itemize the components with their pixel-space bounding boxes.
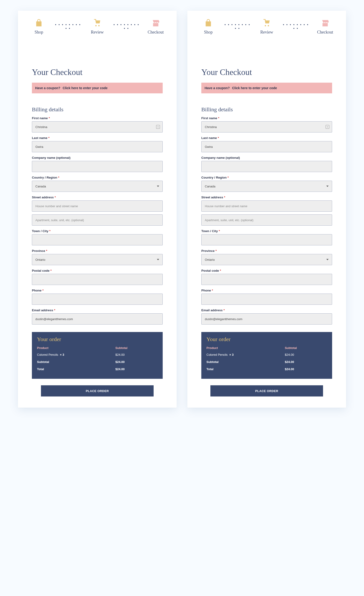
step-shop-label: Shop [34, 30, 43, 35]
subtotal-label: Subtotal [207, 358, 285, 365]
postal-input[interactable] [32, 274, 163, 285]
last-name-input[interactable] [32, 141, 163, 152]
checkout-card: Shop • • • • • • • • • • Review • • • • … [18, 11, 177, 408]
page-title: Your Checkout [32, 67, 163, 77]
bag-icon [35, 19, 43, 27]
table-row: Colored Pencils × 3 $24.00 [207, 351, 327, 358]
email-label: Email address * [32, 308, 163, 312]
field-town: Town / City * [201, 229, 332, 245]
step-checkout[interactable]: Checkout [318, 19, 332, 35]
required-mark: * [218, 136, 219, 140]
street-label: Street address * [32, 195, 163, 199]
cart-icon [93, 19, 102, 27]
total-value: $24.00 [115, 365, 157, 373]
step-review[interactable]: Review [90, 19, 104, 35]
company-label: Company name (optional) [201, 156, 332, 159]
province-label: Province * [32, 249, 163, 253]
step-shop-label: Shop [204, 30, 213, 35]
province-select[interactable]: Ontario [201, 254, 332, 265]
required-mark: * [219, 229, 220, 233]
item-name: Colored Pencils [37, 353, 58, 357]
field-email: Email address * [201, 308, 332, 325]
dots-connector: • • • • • • • • • • [54, 23, 82, 30]
table-row: Subtotal $24.00 [207, 358, 327, 365]
step-review[interactable]: Review [260, 19, 274, 35]
order-summary: Your order Product Subtotal Colored Penc… [201, 332, 332, 379]
town-input[interactable] [201, 234, 332, 245]
company-input[interactable] [201, 161, 332, 172]
field-email: Email address * [32, 308, 163, 325]
order-col-product: Product [207, 345, 285, 351]
province-select[interactable]: Ontario [32, 254, 163, 265]
country-select[interactable]: Canada [201, 181, 332, 192]
subtotal-value: $24.00 [115, 358, 157, 365]
country-label: Country / Region * [32, 176, 163, 179]
province-value: Ontario [205, 258, 215, 261]
total-value: $24.00 [285, 365, 327, 373]
town-label: Town / City * [201, 229, 332, 233]
company-input[interactable] [32, 161, 163, 172]
required-mark: * [218, 116, 219, 120]
place-order-button[interactable]: PLACE ORDER [210, 385, 323, 396]
table-row: Total $24.00 [37, 365, 157, 373]
place-order-button[interactable]: PLACE ORDER [41, 385, 153, 396]
phone-input[interactable] [32, 294, 163, 305]
autofill-icon[interactable]: ≡ [326, 125, 329, 129]
coupon-bar: Have a coupon? Click here to enter your … [32, 83, 163, 93]
last-name-label: Last name * [32, 136, 163, 140]
coupon-prompt: Have a coupon? [35, 86, 60, 90]
chevron-down-icon [157, 259, 159, 260]
storefront-icon [151, 19, 160, 27]
field-street: Street address * [32, 195, 163, 226]
coupon-toggle-link[interactable]: Click here to enter your code [232, 86, 277, 90]
field-street: Street address * [201, 195, 332, 226]
order-table: Product Subtotal Colored Pencils × 3 $24… [207, 345, 327, 373]
street2-input[interactable] [201, 214, 332, 226]
subtotal-label: Subtotal [37, 358, 115, 365]
field-first-name: First name * ≡ [32, 116, 163, 133]
field-phone: Phone * [32, 289, 163, 305]
first-name-input[interactable] [32, 121, 163, 133]
field-company: Company name (optional) [201, 156, 332, 172]
street-label: Street address * [201, 195, 332, 199]
storefront-icon [321, 19, 329, 27]
field-town: Town / City * [32, 229, 163, 245]
step-shop[interactable]: Shop [201, 19, 215, 35]
order-table: Product Subtotal Colored Pencils × 3 $24… [37, 345, 157, 373]
email-input[interactable] [32, 313, 163, 325]
field-postal: Postal code * [32, 269, 163, 285]
order-col-subtotal: Subtotal [285, 345, 327, 351]
coupon-toggle-link[interactable]: Click here to enter your code [63, 86, 108, 90]
checkout-card: Shop • • • • • • • • • • Review • • • • … [187, 11, 346, 408]
street1-input[interactable] [201, 201, 332, 212]
field-last-name: Last name * [201, 136, 332, 152]
item-name: Colored Pencils [207, 353, 228, 357]
page-title: Your Checkout [201, 67, 332, 77]
country-select[interactable]: Canada [32, 181, 163, 192]
table-row: Total $24.00 [207, 365, 327, 373]
town-input[interactable] [32, 234, 163, 245]
subtotal-value: $24.00 [285, 358, 327, 365]
step-checkout[interactable]: Checkout [149, 19, 163, 35]
coupon-prompt: Have a coupon? [205, 86, 230, 90]
street1-input[interactable] [32, 201, 163, 212]
order-col-subtotal: Subtotal [115, 345, 157, 351]
phone-input[interactable] [201, 294, 332, 305]
autofill-icon[interactable]: ≡ [156, 125, 160, 129]
street2-input[interactable] [32, 214, 163, 226]
checkout-progress: Shop • • • • • • • • • • Review • • • • … [32, 19, 163, 35]
postal-input[interactable] [201, 274, 332, 285]
required-mark: * [49, 116, 50, 120]
required-mark: * [215, 249, 217, 253]
email-input[interactable] [201, 313, 332, 325]
field-phone: Phone * [201, 289, 332, 305]
total-label: Total [37, 365, 115, 373]
phone-label: Phone * [201, 289, 332, 292]
last-name-input[interactable] [201, 141, 332, 152]
required-mark: * [54, 308, 55, 312]
first-name-label: First name * [32, 116, 163, 120]
billing-heading: Billing details [32, 106, 163, 113]
step-shop[interactable]: Shop [32, 19, 46, 35]
first-name-input[interactable] [201, 121, 332, 133]
required-mark: * [228, 176, 229, 179]
